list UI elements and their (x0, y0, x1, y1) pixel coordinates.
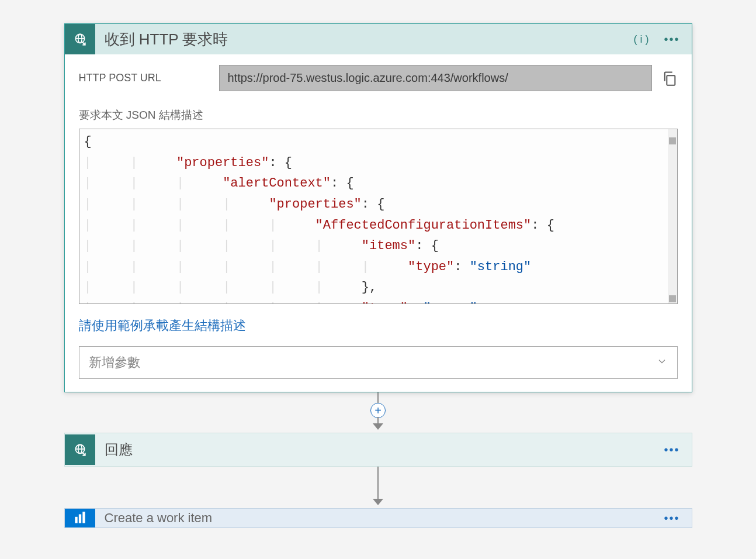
svg-marker-4 (373, 423, 383, 430)
trigger-card: 收到 HTTP 要求時 ( i ) ••• HTTP POST URL http… (64, 23, 692, 392)
svg-rect-10 (78, 515, 81, 523)
devops-icon (65, 508, 95, 528)
arrow-down-icon (373, 498, 383, 508)
add-step-button[interactable]: + (370, 403, 386, 418)
scrollbar-thumb-top[interactable] (669, 137, 676, 144)
url-field-row: HTTP POST URL https://prod-75.westus.log… (79, 65, 678, 91)
workitem-card[interactable]: Create a work item ••• (64, 508, 692, 528)
response-card[interactable]: 回應 ••• (64, 433, 692, 467)
arrow-down-icon (373, 422, 383, 433)
copy-url-button[interactable] (661, 70, 678, 87)
svg-rect-9 (75, 517, 77, 523)
svg-rect-3 (667, 75, 675, 85)
editor-scrollbar[interactable] (668, 129, 677, 303)
url-label: HTTP POST URL (79, 72, 219, 84)
trigger-header[interactable]: 收到 HTTP 要求時 ( i ) ••• (65, 24, 692, 54)
use-sample-payload-link[interactable]: 請使用範例承載產生結構描述 (79, 317, 246, 334)
svg-marker-8 (373, 499, 383, 505)
workitem-title: Create a work item (105, 510, 660, 526)
trigger-title: 收到 HTTP 要求時 (105, 29, 628, 50)
info-button[interactable]: ( i ) (627, 31, 654, 48)
connector-line (377, 392, 379, 404)
workitem-more-button[interactable]: ••• (659, 509, 684, 527)
schema-label: 要求本文 JSON 結構描述 (79, 108, 678, 123)
add-parameter-label: 新增參數 (89, 354, 656, 371)
svg-rect-11 (82, 512, 85, 523)
http-response-icon (65, 434, 95, 465)
http-trigger-icon (65, 24, 95, 54)
trigger-content: HTTP POST URL https://prod-75.westus.log… (65, 54, 692, 392)
connector-1: + (64, 392, 692, 433)
json-schema-editor[interactable]: { | | "properties": { | | | "alertContex… (79, 129, 678, 304)
chevron-down-icon (656, 356, 668, 370)
connector-line (377, 467, 379, 499)
connector-2 (64, 467, 692, 508)
more-menu-button[interactable]: ••• (659, 30, 684, 49)
url-readonly-input[interactable]: https://prod-75.westus.logic.azure.com:4… (219, 65, 652, 91)
add-parameter-dropdown[interactable]: 新增參數 (79, 346, 678, 379)
response-title: 回應 (105, 440, 660, 459)
response-more-button[interactable]: ••• (659, 441, 684, 459)
scrollbar-thumb-bottom[interactable] (669, 295, 676, 302)
